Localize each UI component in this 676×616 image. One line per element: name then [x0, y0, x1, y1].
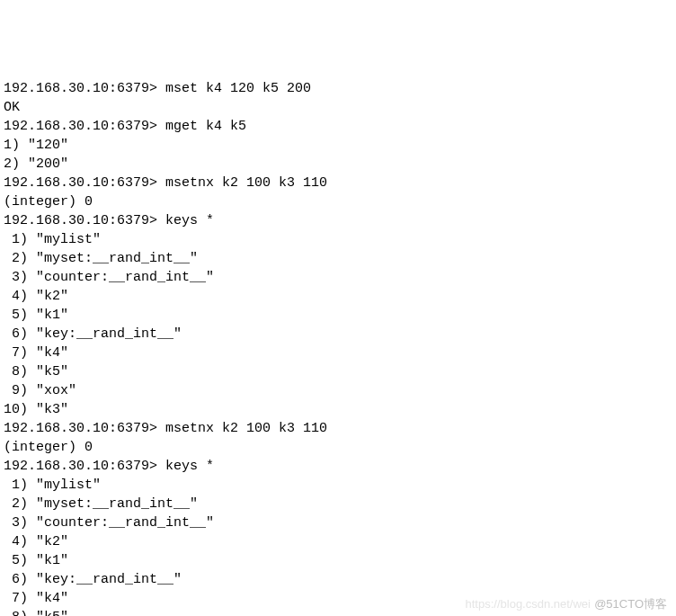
output-line: OK [4, 98, 672, 117]
terminal-output: 192.168.30.10:6379> mset k4 120 k5 200OK… [4, 79, 672, 616]
output-line: 2) "myset:__rand_int__" [4, 495, 672, 513]
output-line: 3) "counter:__rand_int__" [4, 513, 672, 532]
output-line: 9) "xox" [4, 381, 672, 400]
output-line: 4) "k2" [4, 287, 672, 306]
output-line: 5) "k1" [4, 551, 672, 570]
output-line: 2) "200" [4, 155, 672, 174]
output-line: 1) "120" [4, 136, 672, 155]
command-line: 192.168.30.10:6379> msetnx k2 100 k3 110 [4, 174, 672, 192]
output-line: 10) "k3" [4, 400, 672, 419]
command-line: 192.168.30.10:6379> keys * [4, 211, 672, 230]
output-line: (integer) 0 [4, 438, 672, 457]
output-line: 3) "counter:__rand_int__" [4, 268, 672, 287]
command-line: 192.168.30.10:6379> mset k4 120 k5 200 [4, 79, 672, 98]
output-line: 8) "k5" [4, 362, 672, 381]
output-line: 6) "key:__rand_int__" [4, 570, 672, 589]
output-line: 8) "k5" [4, 608, 672, 616]
output-line: 7) "k4" [4, 589, 672, 608]
command-line: 192.168.30.10:6379> msetnx k2 100 k3 110 [4, 419, 672, 438]
output-line: (integer) 0 [4, 192, 672, 211]
output-line: 2) "myset:__rand_int__" [4, 249, 672, 268]
output-line: 1) "mylist" [4, 230, 672, 249]
command-line: 192.168.30.10:6379> mget k4 k5 [4, 117, 672, 136]
output-line: 4) "k2" [4, 532, 672, 551]
output-line: 7) "k4" [4, 344, 672, 362]
output-line: 5) "k1" [4, 306, 672, 325]
output-line: 1) "mylist" [4, 476, 672, 495]
output-line: 6) "key:__rand_int__" [4, 325, 672, 344]
command-line: 192.168.30.10:6379> keys * [4, 457, 672, 476]
